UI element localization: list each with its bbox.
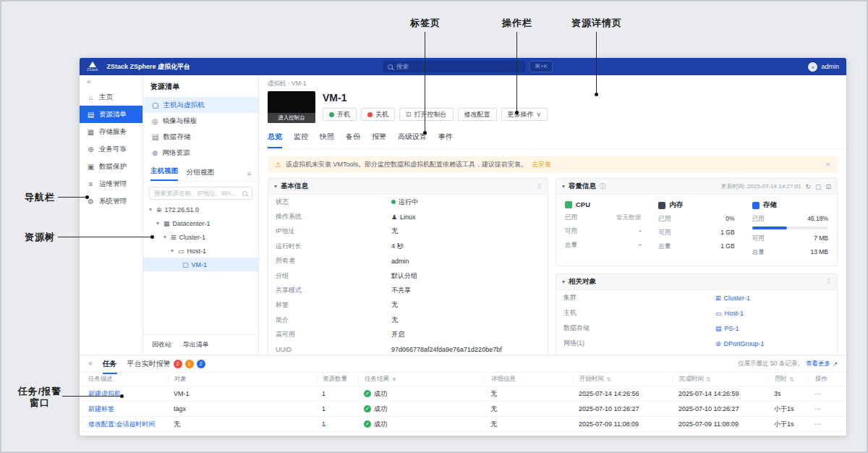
sort-icon[interactable]: ⇅ [606,376,611,383]
sort-icon[interactable]: ⇅ [706,376,711,383]
info-value: 无 [391,300,398,310]
row-actions-button[interactable]: ⋯ [809,390,838,397]
sidebar-item-ops[interactable]: ≡ 运维管理 [80,175,142,192]
tab-alarm[interactable]: 报警 [372,132,386,148]
resource-item-images[interactable]: ◎ 镜像与模板 [143,113,258,129]
tab-tasks[interactable]: 任务 [103,359,117,369]
capacity-value: 7 MB [814,234,828,243]
export-list-link[interactable]: 导出清单 [183,340,209,350]
table-row[interactable]: 修改全局设置 无 1 ✓成功 无 2025-07-09 11:08:08 202… [80,431,846,436]
chevron-down-icon[interactable]: ▾ [155,220,161,226]
action-bar: 开机 关机 ⊡ 打开控制台 修改配置 [323,108,548,121]
chevron-down-icon[interactable]: ▾ [169,247,175,254]
memory-icon [658,202,665,209]
host-vm-icon: ▢ [152,101,158,109]
fullscreen-icon[interactable]: ▢ [815,183,822,190]
collapse-panel-icon[interactable]: « [86,362,94,366]
view-more-link[interactable]: 查看更多 [806,360,830,368]
datastore-link[interactable]: PS-1 [725,325,739,332]
filter-icon[interactable]: ▼ [391,376,397,383]
sort-icon[interactable]: ⇅ [789,376,794,383]
table-row[interactable]: 新建标签 tagx 1 ✓成功 无 2025-07-10 10:26:27 20… [80,401,846,416]
global-search-input[interactable] [396,63,521,70]
chevron-down-icon[interactable]: ▾ [162,234,168,240]
task-result: 成功 [374,389,387,399]
sidebar-item-label: 存储服务 [99,127,127,137]
tab-host-view[interactable]: 主机视图 [150,166,178,181]
tab-backup[interactable]: 备份 [346,132,360,148]
related-objects-card: ▾ 相关对象 ⠿ 集群 ⊞Cluster-1 主机 ▭Host-1 [556,274,838,355]
resource-panel-footer: 回收站 导出清单 [143,334,258,355]
sidebar-item-system[interactable]: ⚙ 系统管理 [80,192,142,210]
sidebar-item-reliability[interactable]: ⊕ 业务可靠 [80,140,142,158]
install-link[interactable]: 去安装 [532,160,551,169]
resource-item-datastore[interactable]: ▤ 数据存储 [143,129,258,145]
table-row[interactable]: 新建虚拟机 VM-1 1 ✓成功 无 2025-07-14 14:26:56 2… [80,386,846,401]
table-row[interactable]: 修改配置:会话超时时间 无 1 ✓成功 无 2025-07-09 11:08:0… [80,416,846,431]
network-link[interactable]: DPortGroup-1 [724,340,765,347]
task-result: 成功 [374,435,387,436]
task-link[interactable]: 修改配置:会话超时时间 [88,420,168,429]
task-link[interactable]: 修改全局设置 [88,435,168,436]
drag-handle-icon[interactable]: ⠿ [537,183,542,190]
resource-item-network[interactable]: ⊚ 网络资源 [143,145,258,161]
tree-search-box[interactable] [149,187,252,200]
power-on-button[interactable]: 开机 [323,108,357,121]
tab-group-view[interactable]: 分组视图 [187,168,214,181]
global-search-box[interactable] [383,61,525,72]
task-count: 1 [316,420,358,428]
user-menu[interactable]: ● admin [808,62,839,72]
cluster-link[interactable]: Cluster-1 [724,295,751,302]
sidebar-item-home[interactable]: ⌂ 主页 [80,88,142,106]
tab-snapshot[interactable]: 快照 [320,132,334,148]
sidebar-collapse-icon[interactable]: « [80,75,142,88]
info-label: 所有者 [276,256,391,266]
refresh-icon[interactable]: ↻ [805,183,811,190]
sidebar-item-storage[interactable]: ▦ 存储服务 [80,123,142,140]
callout-line-task-window [62,396,122,397]
collapse-caret-icon[interactable]: ▾ [562,279,565,285]
tab-monitoring[interactable]: 监控 [294,132,308,148]
sidebar-item-inventory[interactable]: ▤ 资源清单 [80,106,142,123]
zstack-logo-icon [89,62,96,67]
modify-config-button[interactable]: 修改配置 [458,108,497,121]
tree-node-datacenter[interactable]: ▾ ▦ Datacenter-1 [143,216,258,230]
button-label: 打开控制台 [414,110,447,119]
row-actions-button[interactable]: ⋯ [809,405,838,412]
tab-overview[interactable]: 总览 [268,132,282,148]
tree-node-root[interactable]: ▾ ⊕ 172.26.51.0 [143,203,258,216]
enter-console-button[interactable]: 进入控制台 [268,113,315,123]
tab-platform-alarms[interactable]: 平台实时报警 2 1 2 [127,359,205,369]
info-value: admin [391,258,409,265]
open-console-button[interactable]: ⊡ 打开控制台 [399,108,454,121]
tree-search-input[interactable] [154,190,239,197]
callout-dot-detail-page [595,93,598,96]
external-link-icon[interactable]: ↗ [833,360,838,368]
more-actions-button[interactable]: 更多操作 ∨ [501,108,548,121]
capacity-value: 1 GB [720,242,734,251]
power-off-button[interactable]: 关机 [361,108,395,121]
tab-advanced[interactable]: 高级设置 [398,132,427,148]
sidebar-item-protection[interactable]: ▣ 数据保护 [80,158,142,175]
task-count: 1 [316,390,358,397]
tree-node-cluster[interactable]: ▾ ⊞ Cluster-1 [143,230,258,244]
task-link[interactable]: 新建虚拟机 [88,389,168,399]
close-icon[interactable]: × [826,160,830,169]
task-link[interactable]: 新建标签 [88,405,168,414]
collapse-caret-icon[interactable]: ▾ [562,183,565,190]
console-thumbnail[interactable]: 进入控制台 [268,91,315,123]
tab-events[interactable]: 事件 [438,132,453,148]
host-link[interactable]: Host-1 [725,310,744,317]
row-actions-button[interactable]: ⋯ [809,420,838,428]
tree-node-host[interactable]: ▾ ▭ Host-1 [143,244,258,258]
resource-panel-title: 资源清单 [143,75,258,97]
resource-item-host-vm[interactable]: ▢ 主机与虚拟机 [143,97,258,113]
view-settings-icon[interactable]: ≡ [247,170,251,181]
chevron-down-icon[interactable]: ▾ [148,206,153,213]
tree-node-vm[interactable]: ▢ VM-1 [143,258,258,271]
recycle-bin-link[interactable]: 回收站 [152,340,171,350]
drag-handle-icon[interactable]: ⠿ [826,279,831,286]
cluster-icon: ⊞ [171,234,176,241]
popout-icon[interactable]: ⊡ [825,183,831,190]
collapse-caret-icon[interactable]: ▾ [274,183,277,190]
